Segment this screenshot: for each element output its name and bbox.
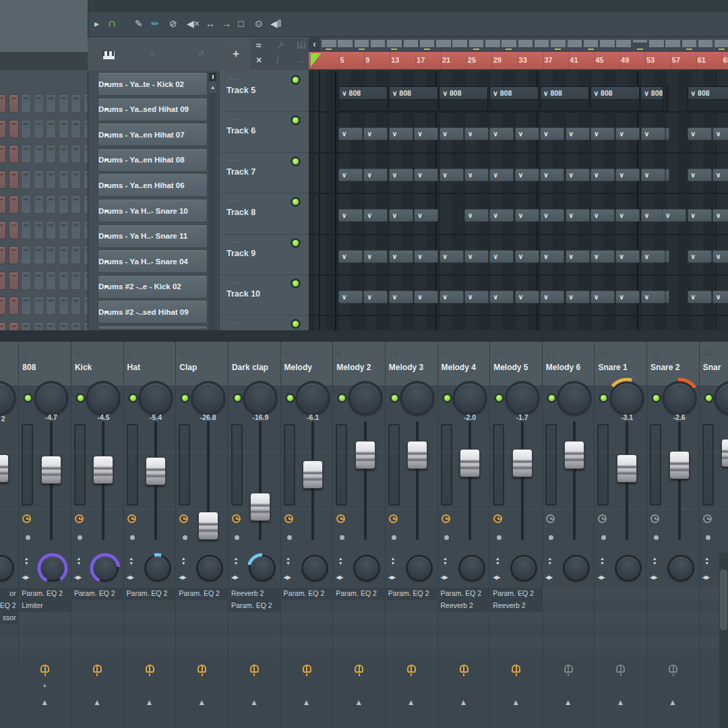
step-button[interactable] xyxy=(9,171,19,189)
slot-updown-icon[interactable]: ▲▼ xyxy=(127,556,135,566)
mute-icon[interactable]: ◀× xyxy=(187,18,200,30)
mini-pattern-clip[interactable]: ∨ xyxy=(389,250,413,263)
pattern-scrollbar-thumb[interactable] xyxy=(209,73,216,81)
step-button[interactable] xyxy=(21,94,31,113)
slot-updown-icon[interactable]: ▲▼ xyxy=(75,556,83,566)
slot-leftright-icon[interactable]: ◀▶ xyxy=(284,574,291,580)
route-arrow-icon[interactable]: ▲ xyxy=(198,698,206,706)
fx-mix-knob[interactable] xyxy=(303,557,326,580)
volume-fader-handle[interactable] xyxy=(669,451,690,479)
track-menu-dots[interactable]: ... xyxy=(229,278,239,284)
step-button[interactable] xyxy=(21,195,31,214)
channel-name[interactable]: Melody 5 xyxy=(493,363,528,372)
mixer-strip-Hat[interactable]: 5Hat-5.4▲▼◀▶Param. EQ 2▲ xyxy=(123,342,176,728)
step-button[interactable] xyxy=(34,145,44,163)
slot-leftright-icon[interactable]: ◀▶ xyxy=(702,574,709,580)
step-button[interactable] xyxy=(59,195,69,214)
fx-slot[interactable]: Param. EQ 2 xyxy=(72,588,123,600)
volume-fader-handle[interactable] xyxy=(41,456,61,484)
latency-clock-icon[interactable] xyxy=(598,514,607,523)
mini-pattern-clip[interactable]: ∨ xyxy=(489,250,514,263)
mini-pattern-clip[interactable]: ∨ xyxy=(688,127,712,140)
volume-fader-handle[interactable] xyxy=(407,441,427,469)
channel-enable-led[interactable] xyxy=(706,395,712,401)
stretch-mode-icon[interactable]: ↔ xyxy=(297,55,306,65)
volume-fader-handle[interactable] xyxy=(617,454,637,483)
step-button[interactable] xyxy=(9,195,19,214)
mini-pattern-clip[interactable]: ∨ xyxy=(389,169,413,181)
route-arrow-icon[interactable]: ▲ xyxy=(669,698,677,706)
latency-clock-icon[interactable] xyxy=(703,514,712,523)
pattern-scrollbar[interactable] xyxy=(208,72,217,330)
audio-input-plug-icon[interactable] xyxy=(92,665,102,677)
pan-knob[interactable] xyxy=(0,384,13,413)
fx-slot[interactable]: Param. EQ 2 xyxy=(229,600,280,612)
pattern-list-item[interactable]: Drums #2 -..sed Hihat 09 xyxy=(98,300,208,324)
mini-pattern-clip[interactable]: ∨ xyxy=(363,291,388,303)
step-button[interactable] xyxy=(0,221,6,239)
mini-pattern-clip[interactable]: ∨ xyxy=(540,169,564,181)
step-button[interactable] xyxy=(34,120,44,138)
slot-leftright-icon[interactable]: ◀▶ xyxy=(597,574,604,580)
draw-icon[interactable]: ✎ xyxy=(135,18,143,30)
mini-pattern-clip[interactable]: ∨ xyxy=(688,209,712,222)
record-dot[interactable] xyxy=(183,535,187,540)
latency-clock-icon[interactable] xyxy=(650,514,659,523)
step-button[interactable] xyxy=(34,221,44,239)
channel-enable-led[interactable] xyxy=(549,395,555,401)
slot-updown-icon[interactable]: ▲▼ xyxy=(336,556,344,566)
mini-pattern-clip[interactable]: ∨ xyxy=(515,291,539,303)
mini-pattern-clip[interactable]: ∨ xyxy=(363,250,388,263)
track-mute-led[interactable] xyxy=(293,240,299,246)
pattern-list-item[interactable]: Drums - Ya..en Hihat 07 xyxy=(98,123,208,146)
channel-name[interactable]: Kick xyxy=(75,363,92,372)
slot-leftright-icon[interactable]: ◀▶ xyxy=(545,574,552,580)
step-button[interactable] xyxy=(46,145,56,163)
channel-enable-led[interactable] xyxy=(444,395,450,401)
step-button[interactable] xyxy=(21,120,31,138)
audio-input-plug-icon[interactable] xyxy=(354,665,364,677)
channel-enable-led[interactable] xyxy=(235,395,241,401)
pan-knob[interactable] xyxy=(717,384,728,413)
latency-clock-icon[interactable] xyxy=(127,514,136,523)
step-button[interactable] xyxy=(59,322,69,331)
audio-input-plug-icon[interactable] xyxy=(249,665,260,677)
audio-input-plug-icon[interactable] xyxy=(302,665,312,677)
stretch-icon[interactable]: ↔ xyxy=(206,18,215,30)
mini-pattern-clip[interactable]: ∨ xyxy=(414,169,438,181)
slope-icon[interactable]: / xyxy=(276,55,279,65)
audio-input-plug-icon[interactable] xyxy=(145,665,155,677)
mixer-strip-Melody 4[interactable]: 11Melody 4-2.0▲▼◀▶Param. EQ 2Reeverb 2▲ xyxy=(437,342,490,728)
route-arrow-icon[interactable]: ▲ xyxy=(93,698,101,706)
fx-slot[interactable]: Param. EQ 2 xyxy=(125,588,176,600)
mini-pattern-clip[interactable]: ∨ xyxy=(439,291,464,303)
mini-pattern-clip[interactable]: ∨ xyxy=(641,127,665,140)
zoom-icon[interactable]: ⊙ xyxy=(255,18,263,30)
route-arrow-icon[interactable]: ▲ xyxy=(146,698,154,706)
mini-pattern-clip[interactable]: ∨ xyxy=(489,291,514,303)
slot-leftright-icon[interactable]: ◀▶ xyxy=(127,574,133,580)
step-button[interactable] xyxy=(21,145,31,163)
paint-icon[interactable]: ✏ xyxy=(151,18,159,30)
step-button[interactable] xyxy=(59,145,69,163)
mini-pattern-clip[interactable]: ∨ xyxy=(590,250,615,263)
route-arrow-icon[interactable]: ▲ xyxy=(407,698,415,706)
channel-name[interactable]: Snare 1 xyxy=(598,363,627,372)
latency-clock-icon[interactable] xyxy=(75,514,84,523)
fx-slot[interactable]: Reeverb 2 xyxy=(491,600,542,612)
mini-pattern-clip[interactable]: ∨ xyxy=(615,169,640,181)
step-button[interactable] xyxy=(46,221,56,239)
channel-enable-led[interactable] xyxy=(339,395,345,401)
pattern-list-item[interactable]: Drums - Ya..te - Kick 02 xyxy=(98,72,208,96)
fx-mix-knob[interactable] xyxy=(460,557,483,580)
step-button[interactable] xyxy=(59,297,69,315)
step-button[interactable] xyxy=(59,246,69,264)
record-dot[interactable] xyxy=(130,535,135,540)
step-button[interactable] xyxy=(9,246,19,264)
record-dot[interactable] xyxy=(549,535,553,540)
mini-pattern-clip[interactable]: ∨ xyxy=(338,291,363,303)
mini-pattern-clip[interactable]: ∨ xyxy=(439,127,464,140)
step-button[interactable] xyxy=(59,272,69,290)
slot-updown-icon[interactable]: ▲▼ xyxy=(232,556,240,566)
track-menu-dots[interactable]: ... xyxy=(229,237,239,244)
